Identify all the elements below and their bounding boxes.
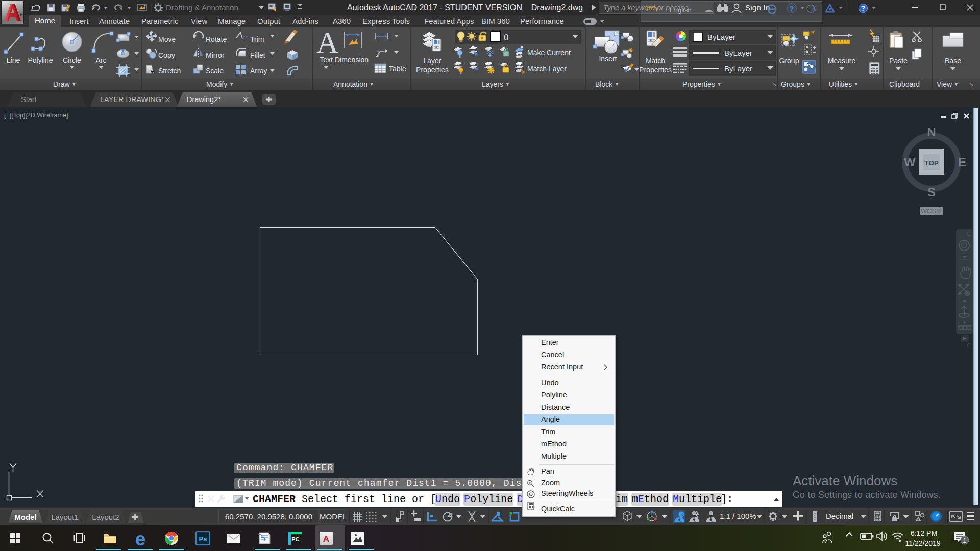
svg-text:W: W xyxy=(904,155,916,169)
svg-text:Trim: Trim xyxy=(250,35,264,43)
svg-text:?: ? xyxy=(790,5,794,12)
svg-text:N: N xyxy=(927,125,936,139)
svg-text:LAYER DRAWING*: LAYER DRAWING* xyxy=(100,95,164,104)
svg-text:Properties: Properties xyxy=(416,66,449,74)
svg-text:Ps: Ps xyxy=(199,535,207,543)
svg-text:Arc: Arc xyxy=(96,56,107,64)
svg-text:A: A xyxy=(323,534,329,544)
svg-text:TOP: TOP xyxy=(924,159,939,167)
svg-text:Group: Group xyxy=(779,57,799,65)
svg-text:Start: Start xyxy=(21,95,37,104)
svg-text:Move: Move xyxy=(158,35,176,43)
svg-text:ByLayer: ByLayer xyxy=(724,64,752,73)
svg-text:E: E xyxy=(958,155,966,169)
svg-text:1: 1 xyxy=(963,537,967,544)
svg-text:Measure: Measure xyxy=(828,57,856,65)
svg-text:PC: PC xyxy=(291,536,299,542)
svg-text:Match Layer: Match Layer xyxy=(527,65,567,73)
svg-text:Fillet: Fillet xyxy=(250,51,265,59)
svg-text:Match: Match xyxy=(646,57,665,65)
svg-text:11/22/2019: 11/22/2019 xyxy=(905,539,940,547)
svg-text:WCS: WCS xyxy=(921,207,937,215)
svg-text:Line: Line xyxy=(7,56,20,64)
svg-text:Layer: Layer xyxy=(423,57,441,65)
svg-text:0: 0 xyxy=(504,33,508,42)
svg-text:Mirror: Mirror xyxy=(206,51,225,59)
svg-text:Rotate: Rotate xyxy=(206,35,227,43)
svg-text:Decimal: Decimal xyxy=(826,512,853,520)
svg-text:1:1 / 100%: 1:1 / 100% xyxy=(720,512,756,520)
svg-text:Insert: Insert xyxy=(599,55,617,63)
svg-text:Properties: Properties xyxy=(639,66,672,74)
svg-text:Array: Array xyxy=(250,67,267,75)
svg-text:Dimension: Dimension xyxy=(335,56,369,64)
svg-text:Copy: Copy xyxy=(158,51,175,59)
svg-text:ByLayer: ByLayer xyxy=(707,33,736,41)
svg-text:?: ? xyxy=(861,5,865,12)
svg-text:Base: Base xyxy=(945,57,961,65)
svg-text:S: S xyxy=(927,185,936,199)
svg-text:Circle: Circle xyxy=(63,56,81,64)
svg-text:e: e xyxy=(135,529,146,549)
svg-text:Layout1: Layout1 xyxy=(51,513,78,521)
svg-text:ByLayer: ByLayer xyxy=(724,48,752,57)
svg-text:Drawing2*: Drawing2* xyxy=(187,95,221,104)
svg-text:A: A xyxy=(316,29,338,59)
svg-text:6:12 PM: 6:12 PM xyxy=(911,529,937,537)
svg-text:Make Current: Make Current xyxy=(527,48,571,57)
svg-text:Model: Model xyxy=(14,513,36,521)
svg-text:Paste: Paste xyxy=(889,57,908,65)
svg-text:Scale: Scale xyxy=(206,67,224,75)
svg-text:Stretch: Stretch xyxy=(158,67,181,75)
svg-text:Table: Table xyxy=(389,65,406,73)
svg-text:Polyline: Polyline xyxy=(28,56,53,64)
svg-text:Layout2: Layout2 xyxy=(92,513,119,521)
svg-text:Text: Text xyxy=(320,56,333,64)
